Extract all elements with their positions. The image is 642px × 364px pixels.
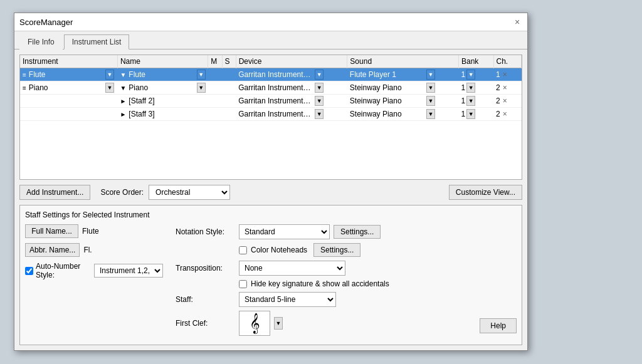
sound-dropdown-btn[interactable]: ▼: [426, 109, 435, 119]
s-cell-staff3: [222, 108, 236, 121]
sound-dropdown-btn[interactable]: ▼: [426, 70, 435, 80]
col-header-instrument: Instrument: [20, 55, 117, 68]
bank-dropdown-btn[interactable]: ▼: [466, 96, 475, 106]
bank-dropdown-btn[interactable]: ▼: [466, 70, 475, 80]
hide-key-sig-checkbox[interactable]: [239, 280, 247, 288]
transposition-select[interactable]: None Bb Eb F: [239, 261, 345, 276]
transposition-row: Transposition: None Bb Eb F: [176, 261, 517, 276]
dialog-body: Instrument Name M S Device Sound Bank Ch…: [14, 49, 527, 350]
settings-right: Notation Style: Standard Tab Percussion …: [176, 224, 517, 340]
m-cell-staff3: [208, 108, 222, 121]
table-header-row: Instrument Name M S Device Sound Bank Ch…: [20, 55, 522, 68]
clef-dropdown-btn[interactable]: ▼: [274, 317, 283, 330]
device-dropdown-btn[interactable]: ▼: [315, 96, 324, 106]
staff-settings-panel: Staff Settings for Selected Instrument F…: [19, 205, 522, 345]
sound-cell-flute: Flute Player 1 ▼: [347, 68, 459, 81]
device-dropdown-btn[interactable]: ▼: [315, 83, 324, 93]
name-cell-staff2: ► [Staff 2]: [117, 95, 208, 108]
sound-cell-staff3: Steinway Piano ▼: [347, 108, 459, 121]
sound-cell-staff2: Steinway Piano ▼: [347, 95, 459, 108]
ch-cell-staff2: 2 ×: [493, 95, 521, 108]
abbr-name-button[interactable]: Abbr. Name...: [25, 243, 80, 257]
name-expand-icon[interactable]: ►: [120, 98, 126, 105]
staff-select[interactable]: Standard 5-line 1-line Percussion: [239, 292, 336, 307]
expand-icon[interactable]: ≡: [23, 71, 26, 78]
sound-cell-piano: Steinway Piano ▼: [347, 81, 459, 95]
name-dropdown-btn[interactable]: ▼: [197, 70, 206, 80]
device-dropdown-btn[interactable]: ▼: [315, 109, 324, 119]
instrument-table-wrapper: Instrument Name M S Device Sound Bank Ch…: [19, 55, 522, 180]
settings-left: Full Name... Flute Abbr. Name... Fl. Aut…: [25, 224, 163, 340]
name-cell-staff3: ► [Staff 3]: [117, 108, 208, 121]
bank-dropdown-btn[interactable]: ▼: [466, 109, 475, 119]
name-cell-flute: ▼ Flute ▼: [117, 68, 208, 81]
abbr-name-row: Abbr. Name... Fl.: [25, 243, 163, 257]
color-noteheads-row: Color Noteheads Settings...: [176, 243, 517, 257]
ch-remove-btn[interactable]: ×: [502, 96, 508, 105]
ch-remove-btn[interactable]: ×: [502, 110, 508, 118]
bottom-toolbar: Add Instrument... Score Order: Orchestra…: [19, 185, 522, 200]
dialog-titlebar: ScoreManager ×: [14, 13, 527, 31]
customize-view-button[interactable]: Customize View...: [449, 185, 522, 200]
full-name-value: Flute: [82, 227, 99, 236]
m-cell-flute: [208, 68, 222, 81]
score-order-label: Score Order:: [100, 188, 144, 197]
table-row[interactable]: ≡ Piano ▼ ▼ Piano ▼: [20, 81, 522, 95]
table-row[interactable]: ► [Staff 3] Garritan Instruments for ...…: [20, 108, 522, 121]
table-row[interactable]: ≡ Flute ▼ ▼ Flute ▼: [20, 68, 522, 81]
bank-dropdown-btn[interactable]: ▼: [466, 83, 475, 93]
col-header-bank: Bank: [459, 55, 494, 68]
sound-dropdown-btn[interactable]: ▼: [426, 96, 435, 106]
device-cell-piano: Garritan Instruments for ... ▼: [236, 81, 347, 95]
ch-cell-piano: 2 ×: [493, 81, 521, 95]
auto-number-select[interactable]: Instrument 1,2,3 Instrument I,II,III Non…: [94, 264, 163, 278]
instrument-cell-staff2: [20, 95, 117, 108]
add-instrument-button[interactable]: Add Instrument...: [19, 185, 90, 200]
auto-number-label: Auto-Number Style:: [36, 262, 92, 279]
close-button[interactable]: ×: [512, 17, 522, 27]
instrument-dropdown-btn[interactable]: ▼: [105, 83, 114, 93]
ch-cell-flute: 1 ×: [493, 68, 521, 81]
instrument-cell-flute[interactable]: ≡ Flute ▼: [20, 68, 117, 81]
notation-style-label: Notation Style:: [176, 227, 235, 236]
score-order-select[interactable]: Orchestral Band Jazz Alphabetical: [149, 185, 230, 200]
device-cell-flute: Garritan Instruments for ... ▼: [236, 68, 347, 81]
bank-cell-piano: 1 ▼: [459, 81, 494, 95]
s-cell-staff2: [222, 95, 236, 108]
full-name-row: Full Name... Flute: [25, 224, 163, 238]
auto-number-checkbox[interactable]: [25, 267, 33, 275]
notation-style-select[interactable]: Standard Tab Percussion: [239, 224, 330, 239]
tab-bar: File Info Instrument List: [14, 31, 527, 49]
color-noteheads-label: Color Noteheads: [251, 246, 307, 254]
tab-file-info[interactable]: File Info: [19, 34, 63, 49]
ch-remove-btn[interactable]: ×: [502, 70, 508, 79]
full-name-button[interactable]: Full Name...: [25, 224, 78, 238]
transposition-label: Transposition:: [176, 264, 235, 273]
name-expand-icon[interactable]: ►: [120, 111, 126, 118]
tab-instrument-list[interactable]: Instrument List: [64, 34, 130, 49]
abbr-name-value: Fl.: [83, 246, 92, 254]
sound-dropdown-btn[interactable]: ▼: [426, 83, 435, 93]
clef-symbol: 𝄞: [250, 313, 260, 334]
ch-remove-btn[interactable]: ×: [502, 83, 508, 92]
name-dropdown-btn[interactable]: ▼: [197, 83, 206, 93]
device-dropdown-btn[interactable]: ▼: [315, 70, 324, 80]
notation-settings-button[interactable]: Settings...: [334, 225, 381, 239]
m-cell-staff2: [208, 95, 222, 108]
color-noteheads-checkbox[interactable]: [239, 246, 247, 254]
score-manager-dialog: ScoreManager × File Info Instrument List…: [14, 13, 528, 351]
help-button[interactable]: Help: [480, 318, 517, 333]
staff-row: Staff: Standard 5-line 1-line Percussion: [176, 292, 517, 307]
ch-cell-staff3: 2 ×: [493, 108, 521, 121]
instrument-cell-piano[interactable]: ≡ Piano ▼: [20, 81, 117, 95]
name-expand-icon[interactable]: ▼: [120, 71, 126, 78]
hide-key-sig-row: Hide key signature & show all accidental…: [176, 279, 517, 288]
s-cell-piano: [222, 81, 236, 95]
hide-key-sig-label: Hide key signature & show all accidental…: [251, 279, 389, 288]
color-noteheads-settings-button[interactable]: Settings...: [313, 243, 360, 257]
instrument-dropdown-btn[interactable]: ▼: [105, 70, 114, 80]
table-row[interactable]: ► [Staff 2] Garritan Instruments for ...…: [20, 95, 522, 108]
instrument-cell-staff3: [20, 108, 117, 121]
expand-icon[interactable]: ≡: [23, 85, 26, 91]
name-expand-icon[interactable]: ▼: [120, 85, 126, 91]
